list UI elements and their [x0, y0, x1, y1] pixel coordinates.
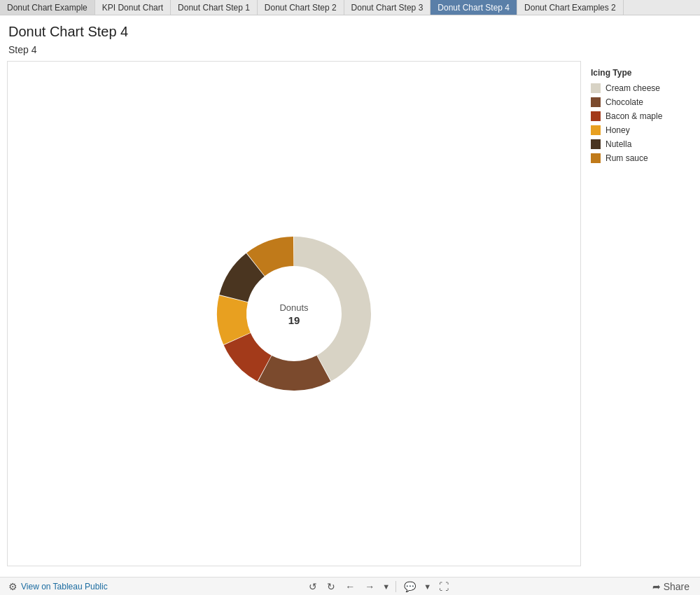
view-on-tableau-label[interactable]: View on Tableau Public — [21, 582, 108, 592]
legend-items: Cream cheeseChocolateBacon & mapleHoneyN… — [591, 83, 690, 163]
page-title: Donut Chart Step 4 — [0, 15, 700, 44]
legend-swatch — [591, 97, 601, 107]
donut-center-value: 19 — [288, 314, 300, 326]
legend-item-label: Chocolate — [606, 97, 643, 107]
back-button[interactable]: ← — [343, 581, 357, 592]
share-label: Share — [664, 581, 690, 592]
tab-donut-chart-example[interactable]: Donut Chart Example — [0, 0, 95, 15]
donut-segment[interactable] — [258, 356, 330, 391]
tab-donut-chart-step-1[interactable]: Donut Chart Step 1 — [171, 0, 258, 15]
legend-item: Bacon & maple — [591, 111, 690, 121]
legend-title: Icing Type — [591, 68, 690, 78]
tab-donut-chart-step-4[interactable]: Donut Chart Step 4 — [430, 0, 517, 15]
legend-item-label: Honey — [606, 125, 630, 135]
legend-swatch — [591, 139, 601, 149]
legend-item: Honey — [591, 125, 690, 135]
fullscreen-button[interactable]: ⛶ — [437, 581, 451, 592]
footer-center: ↺ ↻ ← → ▼ 💬 ▼ ⛶ — [307, 581, 451, 592]
undo-button[interactable]: ↺ — [307, 581, 319, 592]
tab-bar: Donut Chart ExampleKPI Donut ChartDonut … — [0, 0, 700, 15]
footer: ⚙ View on Tableau Public ↺ ↻ ← → ▼ 💬 ▼ ⛶… — [0, 577, 700, 595]
legend-item-label: Rum sauce — [606, 153, 648, 163]
tab-kpi-donut-chart[interactable]: KPI Donut Chart — [95, 0, 171, 15]
comment-button[interactable]: 💬 — [402, 581, 418, 592]
legend-item: Rum sauce — [591, 153, 690, 163]
forward-button[interactable]: → — [363, 581, 377, 592]
legend-swatch — [591, 111, 601, 121]
legend-item: Cream cheese — [591, 83, 690, 93]
tab-donut-chart-step-3[interactable]: Donut Chart Step 3 — [344, 0, 431, 15]
chart-area: Donuts 19 — [7, 61, 581, 566]
redo-button[interactable]: ↻ — [325, 581, 337, 592]
step-label: Step 4 — [0, 44, 700, 61]
footer-left: ⚙ View on Tableau Public — [8, 581, 108, 592]
legend-swatch — [591, 153, 601, 163]
nav-dropdown[interactable]: ▼ — [382, 582, 390, 591]
share-icon: ➦ — [652, 581, 661, 592]
tab-donut-chart-examples-2[interactable]: Donut Chart Examples 2 — [517, 0, 624, 15]
tableau-icon: ⚙ — [8, 581, 18, 592]
donut-chart: Donuts 19 — [203, 223, 385, 405]
legend: Icing Type Cream cheeseChocolateBacon & … — [581, 61, 700, 566]
donut-center-label: Donuts — [279, 302, 309, 313]
share-button[interactable]: ➦ Share — [650, 581, 692, 592]
legend-item: Chocolate — [591, 97, 690, 107]
legend-item-label: Nutella — [606, 139, 631, 149]
divider — [396, 581, 396, 592]
legend-item-label: Cream cheese — [606, 83, 660, 93]
legend-item: Nutella — [591, 139, 690, 149]
footer-right: ➦ Share — [650, 581, 692, 592]
legend-item-label: Bacon & maple — [606, 111, 662, 121]
main-content: Donuts 19 Icing Type Cream cheeseChocola… — [0, 61, 700, 566]
comment-dropdown[interactable]: ▼ — [424, 582, 431, 591]
legend-swatch — [591, 83, 601, 93]
tab-donut-chart-step-2[interactable]: Donut Chart Step 2 — [258, 0, 344, 15]
legend-swatch — [591, 125, 601, 135]
